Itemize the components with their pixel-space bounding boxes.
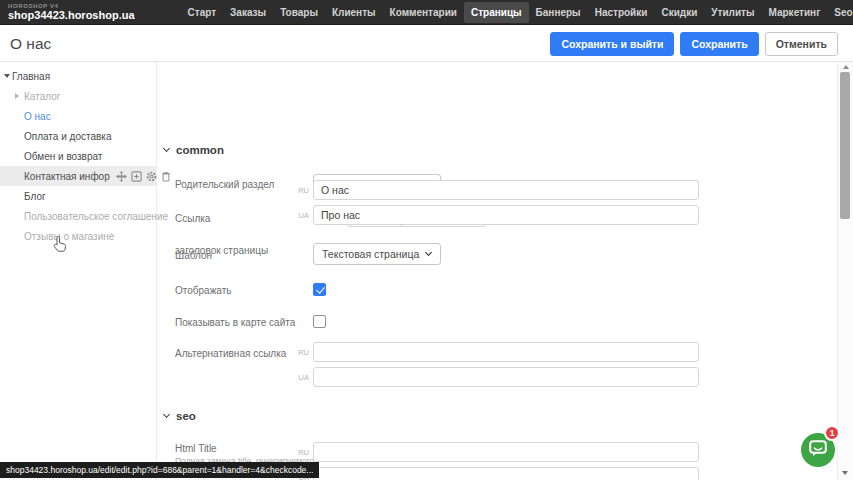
chat-unread-badge: 1 [824,425,840,441]
alt-link-ua-input[interactable] [313,367,699,387]
section-header-seo[interactable]: seo [164,410,196,422]
sidebar-item-6[interactable]: Блог [0,186,156,206]
sidebar-item-8[interactable]: Отзывы о магазине [0,226,156,246]
sidebar-item-label: Главная [12,71,50,82]
sitemap-checkbox[interactable] [313,315,326,328]
collapse-chevron-icon [163,411,170,418]
sidebar-item-label: Блог [24,191,46,202]
section-title: common [176,144,224,156]
page-edit-form: common Родительский раздел Главная Ссылк… [157,62,837,480]
sidebar-item-label: Отзывы о магазине [24,231,114,242]
topbar-menu-item-4[interactable]: Комментарии [383,2,464,23]
alt-link-ru-input[interactable] [313,342,699,362]
save-and-exit-button[interactable]: Сохранить и выйти [550,32,674,56]
cancel-button[interactable]: Отменить [765,32,838,56]
pages-tree-sidebar: ГлавнаяКаталогО насОплата и доставкаОбме… [0,62,157,480]
topbar-menu-item-8[interactable]: Скидки [654,2,704,23]
template-value: Текстовая страница [322,248,419,260]
topbar-menu-item-0[interactable]: Старт [181,2,224,23]
topbar: HOROSHOP V4 shop34423.horoshop.ua СтартЗ… [0,0,853,25]
link-label: Ссылка [175,213,210,224]
page-heading-ru-input[interactable] [313,180,699,200]
html-title-ru-input[interactable] [313,442,699,462]
sidebar-item-label: Обмен и возврат [24,151,102,162]
template-label: Шаблон [175,250,212,261]
scroll-up-arrow-icon[interactable] [843,65,849,69]
topbar-menu-item-1[interactable]: Заказы [223,2,273,23]
caret-right-icon[interactable] [15,93,19,99]
lang-tag-ua: UA [289,373,309,382]
header-buttons: Сохранить и выйти Сохранить Отменить [550,32,838,56]
save-button[interactable]: Сохранить [680,32,758,56]
sidebar-item-label: Контактная инфор [24,171,110,182]
topbar-menu-item-7[interactable]: Настройки [588,2,655,23]
topbar-menu-item-6[interactable]: Баннеры [529,2,588,23]
section-title: seo [176,410,196,422]
chat-bubble-icon [809,440,827,461]
sidebar-item-label: О нас [24,111,51,122]
move-icon[interactable] [116,171,127,182]
sidebar-item-3[interactable]: Оплата и доставка [0,126,156,146]
sitemap-label: Показывать в карте сайта [175,317,295,328]
settings-icon[interactable] [146,171,157,182]
section-header-common[interactable]: common [164,144,224,156]
topbar-menu-item-9[interactable]: Утилиты [704,2,761,23]
template-select[interactable]: Текстовая страница [313,243,441,265]
topbar-menu-item-3[interactable]: Клиенты [325,2,383,23]
alt-link-label: Альтернативная ссылка [175,348,286,359]
add-icon[interactable] [131,171,142,182]
display-label: Отображать [175,285,231,296]
caret-down-icon[interactable] [4,74,10,78]
scrollbar-thumb[interactable] [840,72,850,219]
topbar-menu-item-5[interactable]: Страницы [464,2,529,23]
sidebar-item-label: Каталог [24,91,60,102]
sidebar-item-label: Оплата и доставка [24,131,111,142]
lang-tag-ru: RU [289,348,309,357]
sidebar-item-7[interactable]: Пользовательское соглашение [0,206,156,226]
logo-domain-label: shop34423.horoshop.ua [8,10,135,21]
html-title-ua-input[interactable] [313,467,699,480]
page-heading-ua-input[interactable] [313,205,699,225]
sidebar-item-5[interactable]: Контактная инфор [0,166,156,186]
lang-tag-ru: RU [289,448,309,457]
page-title: О нас [10,35,51,53]
select-chevron-icon [425,249,432,256]
lang-tag-ua: UA [289,211,309,220]
topbar-menu-item-10[interactable]: Маркетинг [762,2,828,23]
html-title-label: Html Title [175,443,217,454]
topbar-menu-item-11[interactable]: Seo [827,2,853,23]
logo[interactable]: HOROSHOP V4 shop34423.horoshop.ua [8,3,135,21]
page-header: О нас Сохранить и выйти Сохранить Отмени… [0,25,853,62]
status-url-tooltip: shop34423.horoshop.ua/edit/edit.php?id=6… [0,462,319,478]
sidebar-item-0[interactable]: Главная [0,66,156,86]
display-checkbox[interactable] [313,283,326,296]
lang-tag-ru: RU [289,186,309,195]
topbar-menu-item-2[interactable]: Товары [273,2,325,23]
topbar-menu: СтартЗаказыТоварыКлиентыКомментарииСтран… [181,2,853,23]
vertical-scrollbar[interactable] [837,62,853,480]
scroll-down-arrow-icon[interactable] [842,471,848,475]
sidebar-item-1[interactable]: Каталог [0,86,156,106]
sidebar-item-label: Пользовательское соглашение [24,211,168,222]
sidebar-item-4[interactable]: Обмен и возврат [0,146,156,166]
sidebar-item-2[interactable]: О нас [0,106,156,126]
parent-section-label: Родительский раздел [175,179,274,190]
collapse-chevron-icon [163,145,170,152]
